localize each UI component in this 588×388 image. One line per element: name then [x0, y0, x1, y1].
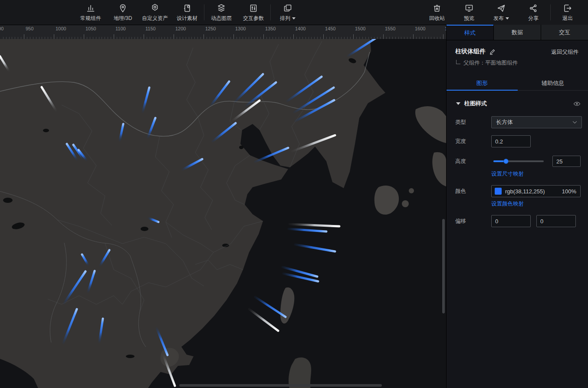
flat-map-component: [0, 39, 446, 388]
height-input[interactable]: [552, 156, 581, 167]
ruler-minor-tick: [407, 37, 407, 39]
offset-y-input[interactable]: [536, 215, 576, 227]
custom-assets-button[interactable]: 自定义资产: [139, 0, 171, 25]
ruler-minor-tick: [224, 37, 225, 39]
arrange-button[interactable]: 排列: [272, 0, 304, 25]
offset-x-input[interactable]: [491, 215, 531, 227]
publish-button[interactable]: 发布: [485, 0, 517, 25]
ruler-minor-tick: [66, 37, 66, 39]
size-mapping-link[interactable]: 设置尺寸映射: [491, 170, 524, 178]
hexagon-icon: [150, 3, 160, 13]
ruler-minor-tick: [368, 37, 369, 39]
ruler-major-tick: [204, 34, 204, 39]
ruler-minor-tick: [329, 37, 330, 39]
section-column-style[interactable]: 柱图样式: [447, 97, 588, 110]
field-row-height: 高度: [447, 155, 588, 167]
ruler-minor-tick: [284, 37, 285, 39]
ruler-minor-tick: [69, 37, 69, 39]
ruler-label: 1100: [115, 26, 126, 31]
ruler-minor-tick: [380, 37, 381, 39]
height-slider[interactable]: [493, 160, 544, 162]
back-to-parent-link[interactable]: 返回父组件: [552, 49, 579, 56]
ruler-major-tick: [144, 34, 144, 39]
ruler-minor-tick: [141, 37, 141, 39]
color-swatch[interactable]: [495, 188, 502, 195]
ruler-minor-tick: [251, 37, 252, 39]
ruler-minor-tick: [48, 37, 48, 39]
panel-tabbar: 样式 数据 交互: [447, 25, 588, 40]
tool-label: 自定义资产: [142, 15, 168, 22]
ruler-minor-tick: [290, 37, 291, 39]
tool-label: 退出: [562, 15, 573, 22]
canvas-horizontal-scrollbar[interactable]: [179, 384, 382, 387]
ruler-minor-tick: [309, 37, 309, 39]
canvas-vertical-scrollbar[interactable]: [442, 219, 445, 313]
params-icon: [248, 3, 259, 13]
tool-label: 地理/3D: [114, 15, 132, 22]
tool-label: 交互参数: [243, 15, 264, 22]
ruler-minor-tick: [186, 37, 186, 39]
tab-style[interactable]: 样式: [447, 25, 493, 40]
geo-3d-button[interactable]: 地理/3D: [107, 0, 139, 25]
ruler-minor-tick: [129, 37, 129, 39]
layer-tools-group: 动态图层 交互参数: [205, 0, 269, 25]
toolbar-spacer: [0, 0, 75, 25]
dynamic-layers-button[interactable]: 动态图层: [205, 0, 237, 25]
ruler-minor-tick: [177, 37, 177, 39]
recycle-bin-button[interactable]: 回收站: [421, 0, 453, 25]
regular-components-button[interactable]: 常规组件: [75, 0, 107, 25]
ruler-minor-tick: [386, 37, 387, 39]
ruler-minor-tick: [123, 37, 123, 39]
ruler-minor-tick: [135, 37, 135, 39]
slider-thumb[interactable]: [503, 159, 509, 164]
collapse-triangle-icon: [456, 102, 460, 105]
ruler-minor-tick: [392, 37, 393, 39]
type-select[interactable]: 长方体: [491, 116, 582, 128]
interaction-params-button[interactable]: 交互参数: [237, 0, 269, 25]
ruler-label: 1600: [415, 26, 425, 31]
ruler-minor-tick: [81, 37, 81, 39]
visibility-eye-icon[interactable]: [573, 100, 581, 108]
arrange-icon: [283, 3, 293, 13]
subtab-auxiliary[interactable]: 辅助信息: [518, 76, 588, 91]
design-canvas[interactable]: [0, 39, 446, 388]
ruler-minor-tick: [404, 37, 404, 39]
ruler-minor-tick: [51, 37, 51, 39]
subtab-graphic[interactable]: 图形: [447, 76, 518, 91]
ruler-minor-tick: [389, 37, 390, 39]
field-row-type: 类型 长方体: [447, 116, 588, 128]
ruler-minor-tick: [374, 37, 374, 39]
color-mapping-link[interactable]: 设置颜色映射: [491, 200, 524, 208]
ruler-minor-tick: [60, 37, 60, 39]
tab-data[interactable]: 数据: [493, 25, 541, 40]
ruler-minor-tick: [207, 37, 207, 39]
ruler-minor-tick: [410, 37, 411, 39]
ruler-minor-tick: [434, 37, 434, 39]
ruler-minor-tick: [161, 37, 162, 39]
ruler-minor-tick: [120, 37, 120, 39]
component-tools-group: 常规组件 地理/3D 自定义资产 设计素材: [75, 0, 203, 25]
preview-button[interactable]: 预览: [453, 0, 485, 25]
ruler-label: 1450: [325, 26, 335, 31]
tool-label: 常规组件: [80, 15, 101, 22]
ruler-minor-tick: [249, 37, 249, 39]
ruler-minor-tick: [273, 37, 273, 39]
width-input[interactable]: [491, 135, 531, 147]
ruler-minor-tick: [219, 37, 219, 39]
ruler-minor-tick: [237, 37, 237, 39]
ruler-label: 1550: [385, 26, 395, 31]
edit-pencil-icon[interactable]: [489, 49, 496, 55]
ruler-minor-tick: [326, 37, 327, 39]
share-button[interactable]: 分享: [517, 0, 549, 25]
tool-label: 发布: [493, 15, 504, 22]
publish-icon: [496, 3, 506, 13]
exit-button[interactable]: 退出: [552, 0, 584, 25]
tool-label: 排列: [280, 15, 290, 22]
ruler-minor-tick: [213, 37, 213, 39]
color-picker-field[interactable]: rgb(38,112,255) 100%: [491, 185, 581, 197]
ruler-label: 1200: [175, 26, 186, 31]
design-assets-button[interactable]: 设计素材: [171, 0, 203, 25]
tab-interaction[interactable]: 交互: [541, 25, 588, 40]
ruler-minor-tick: [431, 37, 431, 39]
tree-branch-icon: [456, 60, 460, 64]
